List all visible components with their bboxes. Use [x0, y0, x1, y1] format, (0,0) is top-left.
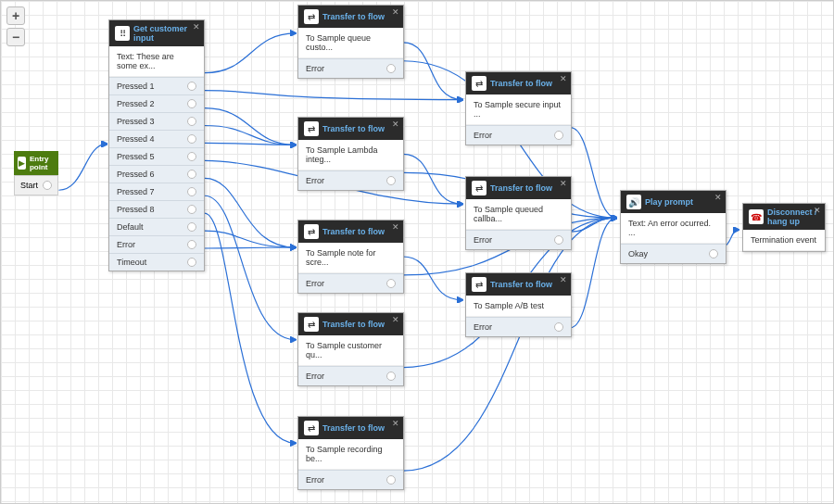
- transfer-icon: ⇄: [304, 421, 319, 435]
- node-body: To Sample secure input ...: [466, 94, 571, 125]
- entry-header: ▶ Entry point: [14, 151, 58, 175]
- port-label: Error: [306, 475, 324, 485]
- error-port[interactable]: Error: [466, 317, 571, 336]
- node-header[interactable]: ⇄ Transfer to flow ✕: [466, 72, 571, 94]
- error-port[interactable]: Error: [466, 125, 571, 145]
- gci-port-8[interactable]: Default: [109, 218, 204, 235]
- disconnect-node[interactable]: ☎ Disconnect / hang up ✕ Termination eve…: [742, 203, 826, 252]
- close-icon[interactable]: ✕: [392, 315, 399, 324]
- entry-point-node[interactable]: ▶ Entry point Start: [14, 151, 58, 195]
- port-label: Timeout: [117, 258, 146, 267]
- error-port[interactable]: Error: [298, 273, 403, 293]
- error-port[interactable]: Error: [298, 470, 403, 489]
- port-dot-icon: [554, 235, 563, 245]
- node-body: To Sample customer qu...: [298, 335, 403, 366]
- hangup-icon: ☎: [749, 209, 764, 224]
- error-port[interactable]: Error: [298, 170, 403, 190]
- port-label: Pressed 5: [117, 152, 155, 161]
- node-header[interactable]: ⠿ Get customer input ✕: [109, 20, 204, 46]
- port-dot-icon: [554, 322, 563, 332]
- port-dot-icon: [709, 249, 718, 258]
- node-header[interactable]: ⇄ Transfer to flow ✕: [466, 273, 571, 296]
- transfer-flow-node-7[interactable]: ⇄ Transfer to flow ✕ To Sample queued ca…: [465, 176, 572, 250]
- gci-port-3[interactable]: Pressed 4: [109, 130, 204, 147]
- port-dot-icon: [386, 176, 396, 185]
- gci-port-9[interactable]: Error: [109, 235, 204, 253]
- error-port[interactable]: Error: [298, 366, 403, 385]
- transfer-icon: ⇄: [472, 181, 486, 195]
- node-title: Transfer to flow: [490, 183, 565, 193]
- node-body: To Sample queue custo...: [298, 28, 403, 58]
- node-title: Get customer input: [133, 24, 198, 43]
- close-icon[interactable]: ✕: [392, 7, 399, 17]
- transfer-flow-node-6[interactable]: ⇄ Transfer to flow ✕ To Sample secure in…: [465, 71, 572, 145]
- node-title: Transfer to flow: [490, 280, 565, 289]
- node-header[interactable]: ⇄ Transfer to flow ✕: [298, 6, 403, 28]
- close-icon[interactable]: ✕: [392, 419, 399, 428]
- node-body: To Sample A/B test: [466, 296, 571, 317]
- close-icon[interactable]: ✕: [560, 179, 567, 188]
- okay-port[interactable]: Okay: [621, 244, 726, 263]
- entry-start-label: Start: [20, 181, 38, 190]
- port-label: Error: [306, 372, 324, 381]
- transfer-flow-node-1[interactable]: ⇄ Transfer to flow ✕ To Sample queue cus…: [297, 5, 404, 79]
- transfer-flow-node-3[interactable]: ⇄ Transfer to flow ✕ To Sample note for …: [297, 220, 404, 294]
- close-icon[interactable]: ✕: [560, 275, 567, 284]
- play-prompt-node[interactable]: 🔊 Play prompt ✕ Text: An error ocurred. …: [620, 190, 727, 264]
- gci-port-10[interactable]: Timeout: [109, 253, 204, 271]
- port-dot-icon: [187, 152, 196, 161]
- transfer-flow-node-2[interactable]: ⇄ Transfer to flow ✕ To Sample Lambda in…: [297, 117, 404, 191]
- transfer-icon: ⇄: [304, 9, 319, 24]
- zoom-in-button[interactable]: +: [6, 6, 25, 25]
- entry-start-port[interactable]: Start: [14, 175, 58, 195]
- node-header[interactable]: ⇄ Transfer to flow ✕: [298, 417, 403, 439]
- port-label: Error: [306, 64, 324, 73]
- gci-port-2[interactable]: Pressed 3: [109, 112, 204, 130]
- node-body: To Sample note for scre...: [298, 243, 403, 273]
- speaker-icon: 🔊: [626, 195, 641, 209]
- gci-port-1[interactable]: Pressed 2: [109, 94, 204, 112]
- port-dot-icon: [187, 134, 196, 144]
- node-header[interactable]: 🔊 Play prompt ✕: [621, 191, 726, 213]
- port-dot-icon: [43, 181, 52, 190]
- node-title: Disconnect / hang up: [767, 208, 819, 226]
- close-icon[interactable]: ✕: [560, 74, 567, 83]
- close-icon[interactable]: ✕: [814, 206, 821, 215]
- port-label: Error: [117, 240, 135, 249]
- node-title: Transfer to flow: [322, 12, 398, 21]
- error-port[interactable]: Error: [466, 230, 571, 249]
- node-body: To Sample queued callba...: [466, 199, 571, 230]
- node-header[interactable]: ⇄ Transfer to flow ✕: [466, 177, 571, 199]
- port-label: Okay: [628, 249, 648, 258]
- port-dot-icon: [386, 372, 396, 381]
- gci-port-7[interactable]: Pressed 8: [109, 200, 204, 218]
- node-header[interactable]: ☎ Disconnect / hang up ✕: [743, 204, 825, 230]
- port-dot-icon: [187, 205, 196, 214]
- transfer-flow-node-4[interactable]: ⇄ Transfer to flow ✕ To Sample customer …: [297, 312, 404, 386]
- error-port[interactable]: Error: [298, 58, 403, 78]
- flow-canvas[interactable]: + − ▶ Entry point Start ⠿ Get customer i…: [0, 0, 834, 504]
- port-label: Pressed 6: [117, 170, 155, 179]
- transfer-flow-node-8[interactable]: ⇄ Transfer to flow ✕ To Sample A/B test …: [465, 272, 572, 337]
- gci-port-5[interactable]: Pressed 6: [109, 165, 204, 183]
- port-label: Pressed 1: [117, 82, 155, 91]
- zoom-out-button[interactable]: −: [6, 28, 25, 46]
- close-icon[interactable]: ✕: [392, 222, 399, 232]
- node-title: Transfer to flow: [322, 423, 398, 433]
- node-header[interactable]: ⇄ Transfer to flow ✕: [298, 118, 403, 140]
- gci-port-6[interactable]: Pressed 7: [109, 183, 204, 200]
- port-dot-icon: [187, 222, 196, 232]
- transfer-icon: ⇄: [472, 76, 486, 91]
- gci-port-4[interactable]: Pressed 5: [109, 147, 204, 165]
- close-icon[interactable]: ✕: [714, 193, 722, 202]
- node-body: Text: These are some ex...: [109, 46, 204, 77]
- arrow-right-icon: ▶: [18, 157, 26, 170]
- node-header[interactable]: ⇄ Transfer to flow ✕: [298, 313, 403, 335]
- port-label: Pressed 7: [117, 187, 155, 196]
- close-icon[interactable]: ✕: [392, 120, 399, 129]
- close-icon[interactable]: ✕: [193, 22, 200, 32]
- gci-port-0[interactable]: Pressed 1: [109, 77, 204, 94]
- transfer-flow-node-5[interactable]: ⇄ Transfer to flow ✕ To Sample recording…: [297, 416, 404, 490]
- node-header[interactable]: ⇄ Transfer to flow ✕: [298, 220, 403, 243]
- get-customer-input-node[interactable]: ⠿ Get customer input ✕ Text: These are s…: [108, 19, 205, 271]
